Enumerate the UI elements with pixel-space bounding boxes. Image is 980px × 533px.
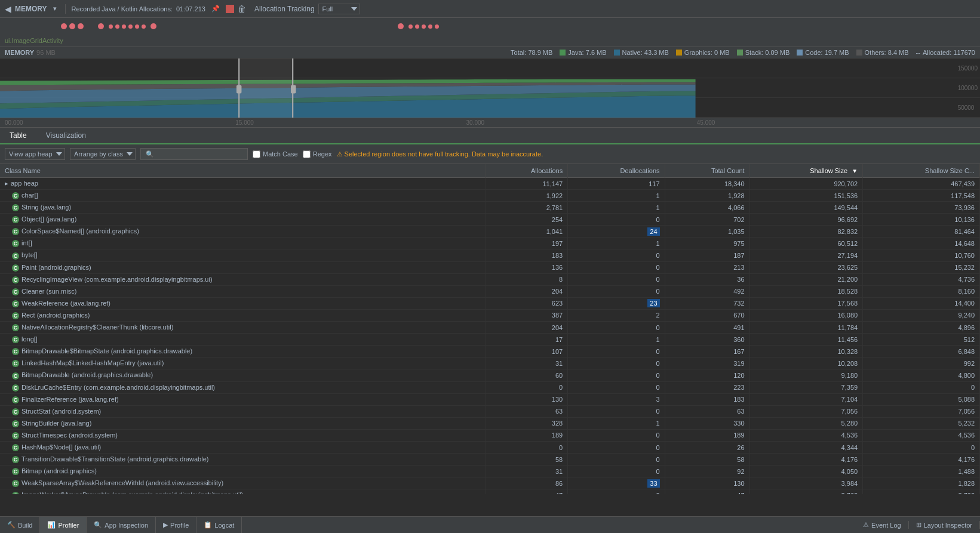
table-row[interactable]: CWeakReference (java.lang.ref)6232373217… (0, 297, 980, 309)
cell-deallocations: 0 (568, 285, 665, 297)
allocated-label: Allocated: 117670 (923, 49, 975, 56)
tab-visualization[interactable]: Visualization (36, 128, 96, 144)
cell-shallow_size: 4,176 (749, 454, 863, 466)
match-case-checkbox[interactable]: Match Case (253, 150, 298, 158)
bottom-tab-build[interactable]: 🔨 Build (0, 517, 40, 533)
table-row[interactable]: CString (java.lang)2,78114,066149,54473,… (0, 202, 980, 214)
table-row[interactable]: Cbyte[]183018727,19410,760 (0, 249, 980, 261)
table-row[interactable]: CPaint (android.graphics)136021323,62515… (0, 261, 980, 273)
table-row[interactable]: CTransitionDrawable$TransitionState (and… (0, 454, 980, 466)
col-class-name[interactable]: Class Name (0, 164, 486, 178)
event-log-icon: ⚠ (863, 521, 869, 529)
tab-table[interactable]: Table (0, 128, 36, 144)
trash-button[interactable]: 🗑 (238, 4, 246, 14)
table-row[interactable]: CBitmapDrawable (android.graphics.drawab… (0, 369, 980, 381)
bottom-tab-logcat[interactable]: 📋 Logcat (196, 517, 242, 533)
arrange-by-class-dropdown[interactable]: Arrange by class (70, 148, 136, 160)
cell-deallocations: 2 (568, 309, 665, 321)
table-row[interactable]: CHashMap$Node[] (java.util)00264,3440 (0, 441, 980, 453)
cell-shallow_size_c: 467,439 (863, 178, 980, 190)
full-dropdown[interactable]: Full Sampled (318, 4, 360, 14)
table-row[interactable]: CImageWorker$AsyncDrawable (com.example.… (0, 489, 980, 494)
col-shallow-size[interactable]: Shallow Size ▼ (749, 164, 863, 178)
table-row[interactable]: CCleaner (sun.misc)204049218,5288,160 (0, 285, 980, 297)
cell-shallow_size: 149,544 (749, 202, 863, 214)
table-row[interactable]: CBitmap (android.graphics)310924,0501,48… (0, 466, 980, 477)
cell-shallow_size: 60,512 (749, 238, 863, 249)
memory-chart (0, 58, 980, 118)
bottom-tab-profile[interactable]: ▶ Profile (156, 517, 196, 533)
cell-deallocations: 1 (568, 190, 665, 202)
table-row[interactable]: CFinalizerReference (java.lang.ref)13031… (0, 393, 980, 405)
table-row[interactable]: Cint[]197197560,51214,648 (0, 238, 980, 249)
col-deallocations[interactable]: Deallocations (568, 164, 665, 178)
event-log-tab[interactable]: ⚠ Event Log (856, 521, 909, 529)
chart-mb: 96 MB (36, 49, 56, 56)
cell-allocations: 204 (486, 285, 567, 297)
cell-allocations: 1,041 (486, 226, 567, 238)
search-input[interactable] (140, 148, 248, 160)
cell-deallocations: 0 (568, 346, 665, 358)
graphics-label: Graphics: 0 MB (684, 49, 730, 56)
table-row[interactable]: CColorSpace$Named[] (android.graphics)1,… (0, 226, 980, 238)
table-row[interactable]: ▸app heap11,14711718,340920,702467,439 (0, 178, 980, 190)
regex-checkbox[interactable]: Regex (303, 150, 332, 158)
cell-shallow_size_c: 9,240 (863, 309, 980, 321)
table-row[interactable]: CRecyclingImageView (com.example.android… (0, 273, 980, 285)
cell-total_count: 183 (665, 393, 749, 405)
table-row[interactable]: Clong[]17136011,456512 (0, 334, 980, 346)
table-row[interactable]: CBitmapDrawable$BitmapState (android.gra… (0, 346, 980, 358)
cell-shallow_size_c: 3,760 (863, 489, 980, 494)
stop-button[interactable] (226, 5, 234, 13)
table-row[interactable]: CStructStat (android.system)630637,0567,… (0, 405, 980, 417)
layout-inspector-tab[interactable]: ⊞ Layout Inspector (909, 521, 980, 529)
cell-allocations: 0 (486, 381, 567, 393)
section-dropdown[interactable]: ▾ (51, 4, 59, 14)
col-allocations[interactable]: Allocations (486, 164, 567, 178)
cell-deallocations: 0 (568, 381, 665, 393)
back-button[interactable]: ◀ (5, 4, 11, 14)
cell-shallow_size_c: 10,760 (863, 249, 980, 261)
cell-total_count: 975 (665, 238, 749, 249)
bottom-tab-app-inspection[interactable]: 🔍 App Inspection (87, 517, 156, 533)
table-container[interactable]: Class Name Allocations Deallocations Tot… (0, 164, 980, 494)
view-app-heap-dropdown[interactable]: View app heap (5, 148, 65, 160)
dot-8 (128, 24, 133, 29)
logcat-icon: 📋 (204, 521, 212, 529)
cell-total_count: 120 (665, 369, 749, 381)
cell-class-name: Cbyte[] (0, 249, 486, 261)
table-row[interactable]: CWeakSparseArray$WeakReferenceWithId (an… (0, 477, 980, 489)
cell-shallow_size_c: 5,232 (863, 417, 980, 429)
cell-shallow_size: 21,200 (749, 273, 863, 285)
cell-class-name: CTransitionDrawable$TransitionState (and… (0, 454, 486, 466)
table-row[interactable]: CStringBuilder (java.lang)32813305,2805,… (0, 417, 980, 429)
bottom-tab-profiler[interactable]: 📊 Profiler (40, 517, 87, 533)
table-row[interactable]: CRect (android.graphics)387267016,0809,2… (0, 309, 980, 321)
stack-color (737, 50, 743, 56)
table-row[interactable]: CObject[] (java.lang)254070296,69210,136 (0, 214, 980, 226)
hammer-icon: 🔨 (7, 521, 16, 529)
table-row[interactable]: CNativeAllocationRegistry$CleanerThunk (… (0, 322, 980, 334)
table-row[interactable]: Cchar[]1,92211,928151,536117,548 (0, 190, 980, 202)
cell-shallow_size: 96,692 (749, 214, 863, 226)
cell-shallow_size: 3,984 (749, 477, 863, 489)
cell-deallocations: 3 (568, 393, 665, 405)
cell-total_count: 670 (665, 309, 749, 321)
table-row[interactable]: CStructTimespec (android.system)18901894… (0, 429, 980, 441)
col-total-count[interactable]: Total Count (665, 164, 749, 178)
col-shallow-size-c[interactable]: Shallow Size C... (863, 164, 980, 178)
cell-allocations: 183 (486, 249, 567, 261)
time-display: 01:07.213 (176, 5, 205, 13)
cell-shallow_size_c: 1,488 (863, 466, 980, 477)
cell-shallow_size: 9,180 (749, 369, 863, 381)
cell-allocations: 189 (486, 429, 567, 441)
cell-allocations: 63 (486, 405, 567, 417)
table-row[interactable]: CDiskLruCache$Entry (com.example.android… (0, 381, 980, 393)
table-row[interactable]: CLinkedHashMap$LinkedHashMapEntry (java.… (0, 358, 980, 369)
pin-button[interactable]: 📌 (209, 4, 222, 14)
cell-total_count: 58 (665, 454, 749, 466)
cell-total_count: 319 (665, 358, 749, 369)
cell-total_count: 18,340 (665, 178, 749, 190)
cell-allocations: 47 (486, 489, 567, 494)
total-label: Total: 78.9 MB (511, 49, 552, 56)
